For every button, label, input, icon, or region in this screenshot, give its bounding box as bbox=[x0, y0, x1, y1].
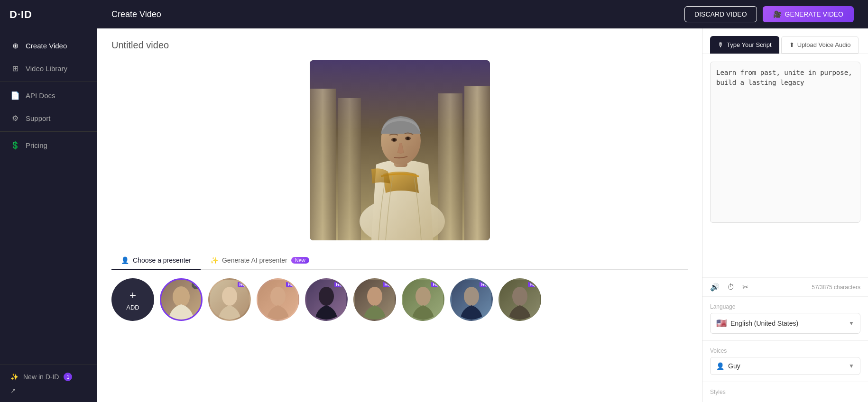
svg-point-27 bbox=[512, 287, 527, 306]
upload-icon: ⬆ bbox=[789, 41, 794, 48]
sidebar-nav: ⊕ Create Video ⊞ Video Library 📄 API Doc… bbox=[0, 29, 97, 365]
nav-divider-2 bbox=[0, 131, 97, 132]
dollar-circle-icon: 💲 bbox=[10, 140, 20, 150]
share-icon: ↗ bbox=[10, 387, 16, 394]
add-label: ADD bbox=[126, 304, 139, 311]
tab-generate-label: Generate AI presenter bbox=[222, 256, 287, 264]
sidebar-label-api-docs: API Docs bbox=[26, 91, 55, 100]
svg-point-15 bbox=[222, 287, 237, 306]
nav-divider-1 bbox=[0, 82, 97, 82]
svg-point-25 bbox=[464, 287, 479, 306]
remove-presenter-button[interactable]: × bbox=[192, 281, 200, 289]
voice-value: Guy bbox=[728, 362, 740, 370]
language-label: Language bbox=[710, 303, 860, 310]
tab-choose-presenter[interactable]: 👤 Choose a presenter bbox=[111, 252, 201, 270]
svg-rect-2 bbox=[338, 98, 361, 240]
presenter-grid: + ADD × bbox=[111, 278, 688, 325]
tab-choose-label: Choose a presenter bbox=[133, 256, 191, 264]
script-toolbar: 🔊 ⏱ ✂ 57/3875 characters bbox=[702, 277, 868, 296]
script-tab-upload-label: Upload Voice Audio bbox=[797, 41, 851, 48]
new-badge: 1 bbox=[64, 373, 72, 381]
sparkle-ai-icon: ✨ bbox=[210, 256, 218, 264]
svg-rect-1 bbox=[310, 89, 336, 240]
discard-video-button[interactable]: DISCARD VIDEO bbox=[684, 6, 757, 22]
presenter-tabs: 👤 Choose a presenter ✨ Generate AI prese… bbox=[111, 252, 688, 270]
voices-section: Voices 👤 Guy ▼ bbox=[702, 340, 868, 382]
share-button[interactable]: ↗ bbox=[10, 387, 87, 394]
presenter-card-3[interactable]: HQ bbox=[257, 278, 299, 321]
generate-video-button[interactable]: 🎥 GENERATE VIDEO bbox=[763, 6, 854, 22]
presenter-card-2[interactable]: HQ bbox=[208, 278, 251, 321]
plus-icon: + bbox=[129, 289, 136, 302]
sparkle-icon: ✨ bbox=[10, 373, 18, 381]
video-icon: 🎥 bbox=[773, 10, 781, 18]
svg-point-10 bbox=[393, 138, 396, 141]
presenter-card-5[interactable]: HQ bbox=[353, 278, 396, 321]
presenter-card-7[interactable]: HQ bbox=[450, 278, 493, 321]
hq-badge: HQ bbox=[238, 282, 248, 287]
main-area: Create Video DISCARD VIDEO 🎥 GENERATE VI… bbox=[97, 0, 868, 402]
script-icons: 🔊 ⏱ ✂ bbox=[710, 283, 748, 292]
canvas-area: 👤 Choose a presenter ✨ Generate AI prese… bbox=[97, 28, 702, 402]
sidebar-item-create-video[interactable]: ⊕ Create Video bbox=[0, 34, 97, 57]
presenter-image bbox=[310, 60, 490, 240]
svg-point-17 bbox=[270, 287, 286, 306]
new-in-did-item[interactable]: ✨ New in D-ID 1 bbox=[10, 373, 87, 381]
hq-badge: HQ bbox=[383, 282, 393, 287]
sidebar: D·ID ⊕ Create Video ⊞ Video Library 📄 AP… bbox=[0, 0, 97, 402]
script-tabs: 🎙 Type Your Script ⬆ Upload Voice Audio bbox=[702, 28, 868, 54]
scissors-icon[interactable]: ✂ bbox=[742, 283, 748, 292]
presenter-card-8[interactable]: HQ bbox=[499, 278, 541, 321]
voice-select[interactable]: 👤 Guy ▼ bbox=[710, 357, 860, 375]
hq-badge: HQ bbox=[528, 282, 538, 287]
styles-label: Styles bbox=[710, 389, 860, 395]
header-title: Create Video bbox=[111, 9, 161, 19]
svg-point-13 bbox=[173, 286, 190, 307]
sidebar-item-video-library[interactable]: ⊞ Video Library bbox=[0, 57, 97, 80]
sidebar-item-pricing[interactable]: 💲 Pricing bbox=[0, 134, 97, 156]
presenter-card-4[interactable]: HQ bbox=[305, 278, 348, 321]
voice-chevron-icon: ▼ bbox=[849, 363, 854, 369]
char-count: 57/3875 characters bbox=[812, 284, 860, 291]
sidebar-item-api-docs[interactable]: 📄 API Docs bbox=[0, 84, 97, 107]
script-textarea[interactable]: Learn from past, unite in purpose, build… bbox=[710, 62, 860, 223]
voices-label: Voices bbox=[710, 347, 860, 354]
svg-point-19 bbox=[319, 287, 334, 306]
script-tab-type-label: Type Your Script bbox=[727, 41, 772, 48]
language-chevron-icon: ▼ bbox=[849, 320, 854, 327]
video-title-input[interactable] bbox=[111, 40, 688, 51]
person-icon: 👤 bbox=[121, 256, 129, 264]
grid-icon: ⊞ bbox=[10, 64, 20, 73]
script-tab-type[interactable]: 🎙 Type Your Script bbox=[710, 36, 779, 54]
hq-badge: HQ bbox=[286, 282, 296, 287]
language-select[interactable]: 🇺🇸 English (United States) ▼ bbox=[710, 313, 860, 334]
script-content: Learn from past, unite in purpose, build… bbox=[702, 54, 868, 277]
new-in-did-label: New in D-ID bbox=[23, 373, 59, 381]
microphone-icon: 🎙 bbox=[718, 41, 724, 48]
language-section: Language 🇺🇸 English (United States) ▼ bbox=[702, 296, 868, 340]
sidebar-label-support: Support bbox=[26, 114, 51, 122]
tabs-section: 👤 Choose a presenter ✨ Generate AI prese… bbox=[111, 252, 688, 325]
presenter-card-1[interactable]: × bbox=[160, 278, 203, 321]
script-tab-upload[interactable]: ⬆ Upload Voice Audio bbox=[781, 36, 859, 54]
sidebar-item-support[interactable]: ⚙ Support bbox=[0, 107, 97, 129]
generate-label: GENERATE VIDEO bbox=[785, 10, 843, 18]
hq-badge: HQ bbox=[480, 282, 490, 287]
language-value: English (United States) bbox=[730, 320, 798, 327]
svg-point-11 bbox=[406, 137, 409, 140]
tab-generate-ai[interactable]: ✨ Generate AI presenter New bbox=[201, 252, 319, 270]
language-select-inner: 🇺🇸 English (United States) bbox=[716, 318, 798, 329]
settings-circle-icon: ⚙ bbox=[10, 113, 20, 123]
presenter-card-6[interactable]: HQ bbox=[402, 278, 444, 321]
app-logo: D·ID bbox=[9, 9, 32, 21]
add-presenter-button[interactable]: + ADD bbox=[111, 278, 154, 321]
presenter-svg bbox=[310, 60, 490, 240]
hq-badge: HQ bbox=[334, 282, 345, 287]
header-actions: DISCARD VIDEO 🎥 GENERATE VIDEO bbox=[684, 6, 854, 22]
styles-section: Styles bbox=[702, 382, 868, 402]
timer-icon[interactable]: ⏱ bbox=[727, 283, 735, 292]
plus-circle-icon: ⊕ bbox=[10, 41, 20, 50]
volume-icon[interactable]: 🔊 bbox=[710, 283, 720, 292]
logo-area: D·ID bbox=[0, 0, 97, 29]
top-header: Create Video DISCARD VIDEO 🎥 GENERATE VI… bbox=[97, 0, 868, 28]
